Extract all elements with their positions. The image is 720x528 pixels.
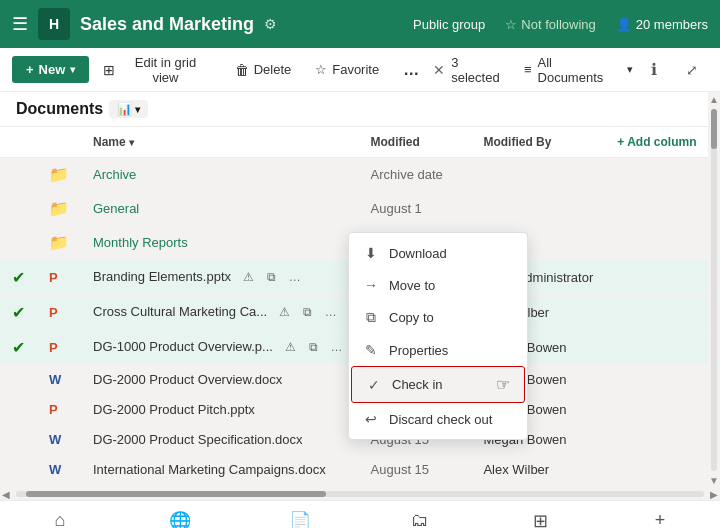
folder-row[interactable]: 📁 Archive Archive date (0, 158, 708, 192)
menu-item-label: Copy to (389, 310, 434, 325)
error-icon[interactable]: ⚠ (239, 267, 259, 287)
home-nav-button[interactable]: ⌂ (40, 503, 80, 529)
file-icon-cell: P (37, 260, 81, 295)
scroll-up-arrow[interactable]: ▲ (709, 94, 719, 105)
row-checkbox-cell[interactable] (0, 158, 37, 192)
scroll-right-arrow[interactable]: ▶ (708, 489, 720, 500)
following-label: Not following (521, 17, 595, 32)
more-row-icon[interactable]: … (285, 267, 305, 287)
hamburger-icon[interactable]: ☰ (12, 13, 28, 35)
new-plus-icon: + (26, 62, 34, 77)
row-check-cell: ✔ (0, 295, 37, 330)
row-check-cell (0, 425, 37, 455)
add-nav-button[interactable]: + (640, 503, 680, 529)
row-checkbox-cell[interactable] (0, 226, 37, 260)
expand-button[interactable]: ⤢ (676, 54, 708, 86)
docs-nav-button[interactable]: 📄 (280, 503, 320, 529)
file-icon-cell: W (37, 365, 81, 395)
context-menu-item-download[interactable]: ⬇ Download (349, 237, 527, 269)
menu-item-icon: ⧉ (363, 309, 379, 326)
folder-row[interactable]: 📁 General August 1 (0, 192, 708, 226)
toolbar: + New ▾ ⊞ Edit in grid view 🗑 Delete ☆ F… (0, 48, 720, 92)
row-checkbox-cell[interactable] (0, 192, 37, 226)
context-menu-item-properties[interactable]: ✎ Properties (349, 334, 527, 366)
error-icon[interactable]: ⚠ (281, 337, 301, 357)
file-name[interactable]: Branding Elements.pptx ⚠ ⧉ … (81, 260, 359, 295)
documents-label: Documents (16, 100, 103, 118)
error-icon[interactable]: ⚠ (275, 302, 295, 322)
h-scroll-thumb[interactable] (26, 491, 326, 497)
new-label: New (39, 62, 66, 77)
more-row-icon[interactable]: … (321, 302, 341, 322)
globe-nav-button[interactable]: 🌐 (160, 503, 200, 529)
scroll-left-arrow[interactable]: ◀ (0, 489, 12, 500)
folder-modified: Archive date (359, 158, 472, 192)
members-label: 20 members (636, 17, 708, 32)
doc-section: Documents 📊 ▾ Name ▾ Modified (0, 92, 708, 488)
more-row-icon[interactable]: … (327, 337, 347, 357)
edit-grid-button[interactable]: ⊞ Edit in grid view (93, 49, 220, 91)
delete-label: Delete (254, 62, 292, 77)
following-btn[interactable]: ☆ Not following (505, 17, 595, 32)
all-documents-label: All Documents (538, 55, 621, 85)
new-button[interactable]: + New ▾ (12, 56, 89, 83)
copy-icon[interactable]: ⧉ (262, 267, 282, 287)
more-button[interactable]: … (393, 55, 429, 85)
members-btn[interactable]: 👤 20 members (616, 17, 708, 32)
add-column-btn[interactable]: + Add column (605, 127, 708, 158)
folder-name[interactable]: Monthly Reports (81, 226, 359, 260)
file-icon-cell: P (37, 330, 81, 365)
row-check-cell (0, 395, 37, 425)
right-scrollbar[interactable]: ▲ ▼ (708, 92, 720, 488)
file-name[interactable]: DG-2000 Product Overview.docx (81, 365, 359, 395)
file-nav-button[interactable]: 🗂 (400, 503, 440, 529)
info-button[interactable]: ℹ (639, 54, 671, 86)
folder-icon-cell: 📁 (37, 158, 81, 192)
col-modified[interactable]: Modified (359, 127, 472, 158)
copy-icon[interactable]: ⧉ (304, 337, 324, 357)
view-toggle-icon: 📊 (117, 102, 132, 116)
scroll-down-arrow[interactable]: ▼ (709, 475, 719, 486)
star-toolbar-icon: ☆ (315, 62, 327, 77)
grid-nav-button[interactable]: ⊞ (520, 503, 560, 529)
grid-icon: ⊞ (103, 62, 115, 78)
more-dots-icon: … (403, 61, 419, 79)
view-toggle[interactable]: 📊 ▾ (109, 100, 148, 118)
selected-close-icon[interactable]: ✕ (433, 62, 445, 78)
delete-icon: 🗑 (235, 62, 249, 78)
menu-item-icon: ⬇ (363, 245, 379, 261)
favorite-button[interactable]: ☆ Favorite (305, 56, 389, 83)
row-check-cell: ✔ (0, 330, 37, 365)
edit-grid-label: Edit in grid view (120, 55, 210, 85)
row-check-cell (0, 455, 37, 485)
h-scroll-track (16, 491, 704, 497)
file-row[interactable]: W International Marketing Campaigns.docx… (0, 455, 708, 485)
all-docs-chevron-icon[interactable]: ▾ (627, 63, 633, 76)
add-column-label: + Add column (617, 135, 696, 149)
folder-name[interactable]: Archive (81, 158, 359, 192)
row-actions: ⚠ ⧉ … (275, 302, 341, 322)
menu-item-icon: → (363, 277, 379, 293)
file-name[interactable]: DG-1000 Product Overview.p... ⚠ ⧉ … (81, 330, 359, 365)
folder-name[interactable]: General (81, 192, 359, 226)
context-menu-item-move-to[interactable]: → Move to (349, 269, 527, 301)
scroll-thumb[interactable] (711, 109, 717, 149)
context-menu-item-discard-check-out[interactable]: ↩ Discard check out (349, 403, 527, 435)
col-name[interactable]: Name ▾ (81, 127, 359, 158)
col-modified-by[interactable]: Modified By (471, 127, 605, 158)
folder-icon-cell: 📁 (37, 226, 81, 260)
bottom-scrollbar[interactable]: ◀ ▶ (0, 488, 720, 500)
file-name[interactable]: International Marketing Campaigns.docx (81, 455, 359, 485)
file-name[interactable]: DG-2000 Product Pitch.pptx (81, 395, 359, 425)
menu-item-label: Move to (389, 278, 435, 293)
selected-info: ✕ 3 selected ≡ All Documents ▾ ℹ ⤢ (433, 54, 708, 86)
file-name[interactable]: Cross Cultural Marketing Ca... ⚠ ⧉ … (81, 295, 359, 330)
file-name[interactable]: DG-2000 Product Specification.docx (81, 425, 359, 455)
selected-count-label: 3 selected (451, 55, 510, 85)
context-menu: ⬇ Download → Move to ⧉ Copy to ✎ Propert… (348, 232, 528, 440)
settings-icon[interactable]: ⚙ (264, 16, 277, 32)
copy-icon[interactable]: ⧉ (298, 302, 318, 322)
context-menu-item-copy-to[interactable]: ⧉ Copy to (349, 301, 527, 334)
delete-button[interactable]: 🗑 Delete (225, 56, 302, 84)
context-menu-item-check-in[interactable]: ✓ Check in ☞ (351, 366, 525, 403)
